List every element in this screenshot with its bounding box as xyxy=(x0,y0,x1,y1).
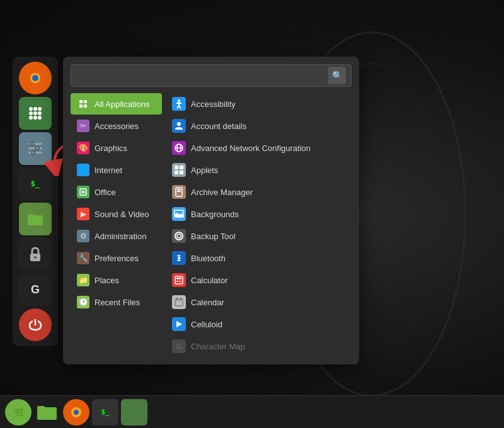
category-administration-icon: ⚙ xyxy=(77,230,89,242)
sidebar-icon-lock[interactable] xyxy=(19,238,52,271)
app-backup-tool-label: Backup Tool xyxy=(191,232,236,241)
category-internet[interactable]: 🌐 Internet xyxy=(71,159,162,181)
category-graphics-label: Graphics xyxy=(94,144,127,153)
category-recent-files[interactable]: 🕐 Recent Files xyxy=(71,291,162,313)
svg-point-5 xyxy=(38,107,42,111)
search-bar: 🔍 xyxy=(71,64,352,87)
app-calculator-label: Calculator xyxy=(191,276,228,285)
app-celluloid[interactable]: Celluloid xyxy=(167,313,352,335)
category-sound-video[interactable]: ▶ Sound & Video xyxy=(71,203,162,225)
category-sound-video-icon: ▶ xyxy=(77,208,89,220)
category-places-label: Places xyxy=(94,276,119,285)
svg-point-10 xyxy=(33,116,37,120)
svg-point-8 xyxy=(38,111,42,115)
app-bluetooth[interactable]: Bluetooth xyxy=(167,247,352,269)
category-preferences[interactable]: 🔧 Preferences xyxy=(71,247,162,269)
taskbar-folder[interactable] xyxy=(121,399,147,425)
svg-point-3 xyxy=(29,107,33,111)
app-accessibility-label: Accessibility xyxy=(191,99,236,109)
app-applets-label: Applets xyxy=(191,166,218,175)
svg-rect-22 xyxy=(79,100,83,103)
svg-point-16 xyxy=(35,147,39,150)
taskbar: 🌿 $_ xyxy=(0,395,504,428)
svg-rect-49 xyxy=(175,276,183,284)
sidebar-icon-settings[interactable] xyxy=(19,132,52,165)
category-office-label: Office xyxy=(94,188,116,197)
category-graphics[interactable]: 🎨 Graphics xyxy=(71,137,162,159)
app-account-details-icon xyxy=(172,119,186,133)
category-accessories-label: Accessories xyxy=(94,121,139,131)
category-recent-files-label: Recent Files xyxy=(94,298,140,307)
category-graphics-icon: 🎨 xyxy=(77,142,89,154)
category-office-icon xyxy=(77,186,89,198)
app-archive-manager[interactable]: Archive Manager xyxy=(167,181,352,203)
svg-point-29 xyxy=(178,99,180,102)
menu-panel: 🔍 All Applications ✂ Accessories xyxy=(63,57,359,364)
app-backgrounds[interactable]: Backgrounds xyxy=(167,203,352,225)
svg-point-52 xyxy=(178,281,180,282)
category-sound-video-label: Sound & Video xyxy=(94,210,149,219)
category-all-apps[interactable]: All Applications xyxy=(71,93,162,115)
app-backup-tool[interactable]: Backup Tool xyxy=(167,225,352,247)
svg-point-51 xyxy=(176,281,178,282)
svg-point-2 xyxy=(32,75,38,81)
svg-rect-40 xyxy=(175,171,178,174)
svg-rect-24 xyxy=(79,104,83,108)
sidebar: $_ G xyxy=(13,57,58,346)
app-calendar-icon xyxy=(172,295,186,309)
app-celluloid-label: Celluloid xyxy=(191,320,222,329)
search-button[interactable]: 🔍 xyxy=(328,67,346,84)
app-bluetooth-label: Bluetooth xyxy=(191,254,226,263)
svg-rect-39 xyxy=(180,166,183,169)
app-backgrounds-icon xyxy=(172,207,186,221)
svg-point-15 xyxy=(30,142,34,146)
category-preferences-icon: 🔧 xyxy=(77,252,89,264)
app-accessibility[interactable]: Accessibility xyxy=(167,93,352,115)
app-character-map-icon: Ω xyxy=(172,339,186,353)
app-calculator[interactable]: Calculator xyxy=(167,269,352,291)
app-advanced-network[interactable]: Advanced Network Configuration xyxy=(167,137,352,159)
categories-list: All Applications ✂ Accessories 🎨 Graphic… xyxy=(71,93,162,357)
svg-rect-50 xyxy=(176,278,181,279)
taskbar-firefox[interactable] xyxy=(63,399,89,425)
category-all-apps-label: All Applications xyxy=(94,99,149,109)
category-administration[interactable]: ⚙ Administration xyxy=(71,225,162,247)
svg-rect-27 xyxy=(81,191,85,192)
app-calendar[interactable]: Calendar xyxy=(167,291,352,313)
taskbar-mint-menu[interactable]: 🌿 xyxy=(5,399,32,425)
search-input[interactable] xyxy=(76,70,323,81)
svg-rect-28 xyxy=(81,193,85,194)
category-accessories[interactable]: ✂ Accessories xyxy=(71,115,162,137)
svg-point-34 xyxy=(177,122,181,126)
category-places[interactable]: 📁 Places xyxy=(71,269,162,291)
app-archive-manager-icon xyxy=(172,185,186,199)
svg-point-6 xyxy=(29,111,33,115)
app-backup-tool-icon xyxy=(172,229,186,243)
sidebar-icon-power[interactable] xyxy=(19,308,52,341)
sidebar-icon-grub[interactable]: G xyxy=(19,273,52,306)
svg-rect-55 xyxy=(175,299,183,301)
app-account-details[interactable]: Account details xyxy=(167,115,352,137)
sidebar-icon-folder[interactable] xyxy=(19,203,52,235)
category-places-icon: 📁 xyxy=(77,274,89,286)
svg-point-11 xyxy=(38,116,42,120)
taskbar-files[interactable] xyxy=(34,399,60,425)
svg-marker-58 xyxy=(176,321,182,327)
svg-point-4 xyxy=(33,107,37,111)
category-office[interactable]: Office xyxy=(71,181,162,203)
app-character-map[interactable]: Ω Character Map xyxy=(167,335,352,357)
taskbar-terminal[interactable]: $_ xyxy=(92,399,118,425)
svg-point-47 xyxy=(177,234,181,238)
app-applets[interactable]: Applets xyxy=(167,159,352,181)
category-administration-label: Administration xyxy=(94,232,146,241)
sidebar-icon-firefox[interactable] xyxy=(19,62,52,94)
app-calculator-icon xyxy=(172,273,186,287)
svg-point-7 xyxy=(33,111,37,115)
svg-rect-41 xyxy=(180,171,183,174)
svg-rect-23 xyxy=(84,100,87,103)
app-calendar-label: Calendar xyxy=(191,298,224,307)
sidebar-icon-apps[interactable] xyxy=(19,97,52,130)
app-accessibility-icon xyxy=(172,97,186,111)
app-character-map-label: Character Map xyxy=(191,342,245,351)
sidebar-icon-terminal[interactable]: $_ xyxy=(19,167,52,200)
